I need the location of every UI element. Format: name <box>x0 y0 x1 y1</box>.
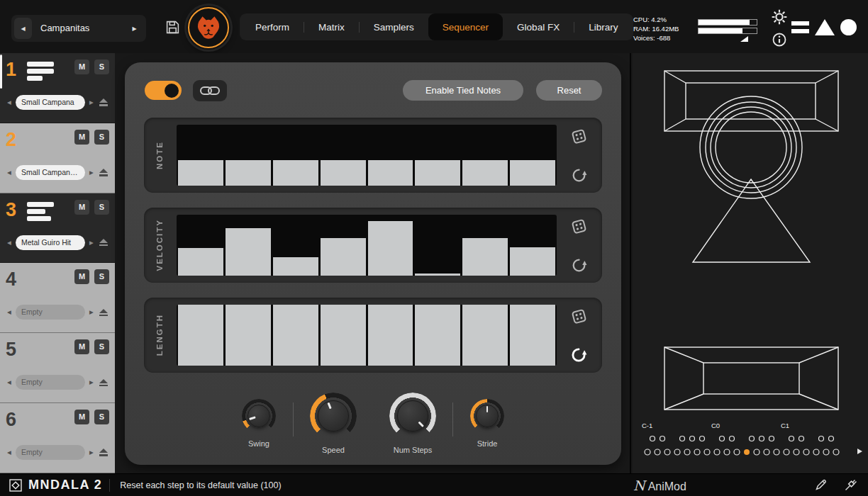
eject-icon[interactable] <box>98 96 109 109</box>
key-dot[interactable] <box>655 449 660 455</box>
key-dot[interactable] <box>720 436 725 441</box>
solo-button[interactable]: S <box>94 200 109 215</box>
step-bar[interactable] <box>273 160 318 186</box>
row-reset-icon[interactable] <box>565 162 592 188</box>
sample-select[interactable]: Empty <box>16 445 85 460</box>
sampler-slot-2[interactable]: 2 M S ◀ Small Campana In... ▶ <box>0 123 115 193</box>
row-reset-icon[interactable] <box>565 252 592 278</box>
step-bar[interactable] <box>462 238 508 276</box>
swing-knob[interactable]: Swing <box>225 390 293 461</box>
save-icon[interactable] <box>164 20 181 37</box>
step-bar[interactable] <box>178 248 223 276</box>
sampler-slot-1[interactable]: 1 M S ◀ Small Campana ▶ <box>0 53 115 123</box>
key-dot[interactable] <box>789 436 794 441</box>
key-dot[interactable] <box>694 449 700 455</box>
patch-cable-icon[interactable] <box>844 478 858 494</box>
step-bar[interactable] <box>415 274 460 276</box>
key-dot[interactable] <box>774 449 779 455</box>
sampler-slot-3[interactable]: 3 M S ◀ Metal Guiro Hit ▶ <box>0 193 115 264</box>
info-icon[interactable] <box>772 32 787 50</box>
key-dot[interactable] <box>803 449 809 455</box>
key-dot[interactable] <box>769 436 774 441</box>
randomize-dice-icon[interactable] <box>565 122 592 149</box>
randomize-dice-icon[interactable] <box>565 212 592 239</box>
solo-button[interactable]: S <box>94 60 109 74</box>
key-dot[interactable] <box>714 449 720 455</box>
key-dot[interactable] <box>650 436 655 441</box>
velocity-step-grid[interactable] <box>177 215 557 276</box>
preset-prev-button[interactable]: ◀ <box>14 18 32 39</box>
tab-sequencer[interactable]: Sequencer <box>428 13 503 40</box>
sample-select[interactable]: Empty <box>16 375 85 390</box>
key-dot[interactable] <box>813 449 819 455</box>
eject-icon[interactable] <box>98 446 109 459</box>
key-dot[interactable] <box>704 449 710 455</box>
sampler-slot-4[interactable]: 4 M S ◀ Empty ▶ <box>0 263 115 333</box>
tab-matrix[interactable]: Matrix <box>304 13 359 40</box>
key-dot[interactable] <box>660 436 665 441</box>
tab-perform[interactable]: Perform <box>241 13 304 40</box>
step-bar[interactable] <box>273 305 318 366</box>
step-bar[interactable] <box>226 305 271 366</box>
preset-next-button[interactable]: ▶ <box>126 18 143 39</box>
key-dot[interactable] <box>799 436 804 441</box>
key-dot[interactable] <box>664 449 670 455</box>
pencil-icon[interactable] <box>814 478 828 494</box>
preset-name[interactable]: Campanitas <box>32 18 126 39</box>
step-bar[interactable] <box>273 257 318 276</box>
mute-button[interactable]: M <box>74 200 89 215</box>
sample-select[interactable]: Small Campana In... <box>16 165 85 180</box>
sample-next-button[interactable]: ▶ <box>88 239 95 246</box>
length-step-grid[interactable] <box>177 305 557 366</box>
sample-prev-button[interactable]: ◀ <box>6 379 13 385</box>
step-bar[interactable] <box>178 160 223 186</box>
sample-next-button[interactable]: ▶ <box>88 99 95 106</box>
solo-button[interactable]: S <box>94 269 109 284</box>
solo-button[interactable]: S <box>94 339 109 354</box>
key-dot[interactable] <box>823 449 829 455</box>
key-dot[interactable] <box>833 449 839 455</box>
sampler-slot-5[interactable]: 5 M S ◀ Empty ▶ <box>0 333 115 403</box>
step-bar[interactable] <box>226 228 271 276</box>
key-dot[interactable] <box>794 449 799 455</box>
sample-select[interactable]: Empty <box>16 305 85 320</box>
scroll-right-icon[interactable] <box>857 449 862 454</box>
key-dot[interactable] <box>784 449 789 455</box>
sample-prev-button[interactable]: ◀ <box>6 239 13 246</box>
sidebar-scrollbar[interactable] <box>0 55 2 89</box>
tab-library[interactable]: Library <box>574 13 632 40</box>
eject-icon[interactable] <box>98 376 109 389</box>
eject-icon[interactable] <box>98 306 109 319</box>
sample-next-button[interactable]: ▶ <box>88 169 95 176</box>
gear-icon[interactable] <box>771 9 788 28</box>
eject-icon[interactable] <box>98 166 109 179</box>
sample-next-button[interactable]: ▶ <box>88 449 95 456</box>
reset-button[interactable]: Reset <box>536 80 602 101</box>
note-step-grid[interactable] <box>177 125 557 186</box>
key-dot[interactable] <box>730 436 735 441</box>
mute-button[interactable]: M <box>74 130 89 145</box>
key-dot[interactable] <box>829 436 834 441</box>
key-dot[interactable] <box>690 436 695 441</box>
eject-icon[interactable] <box>98 236 109 249</box>
mute-button[interactable]: M <box>74 269 89 284</box>
step-bar[interactable] <box>226 160 271 186</box>
sample-next-button[interactable]: ▶ <box>88 309 95 315</box>
stride-knob[interactable]: Stride <box>453 390 521 461</box>
key-dot[interactable] <box>674 449 680 455</box>
key-dot[interactable] <box>700 436 705 441</box>
mute-button[interactable]: M <box>74 60 89 74</box>
key-dot[interactable] <box>750 436 755 441</box>
row-reset-icon[interactable] <box>565 342 592 368</box>
step-bar[interactable] <box>368 305 413 366</box>
step-bar[interactable] <box>462 160 508 186</box>
step-bar[interactable] <box>178 305 223 366</box>
step-bar[interactable] <box>321 305 366 366</box>
sample-select[interactable]: Metal Guiro Hit <box>16 235 85 250</box>
mute-button[interactable]: M <box>74 410 89 424</box>
key-dot[interactable] <box>684 449 690 455</box>
tab-samplers[interactable]: Samplers <box>360 13 428 40</box>
sample-prev-button[interactable]: ◀ <box>6 449 13 456</box>
step-bar[interactable] <box>462 305 508 366</box>
solo-button[interactable]: S <box>94 410 109 424</box>
